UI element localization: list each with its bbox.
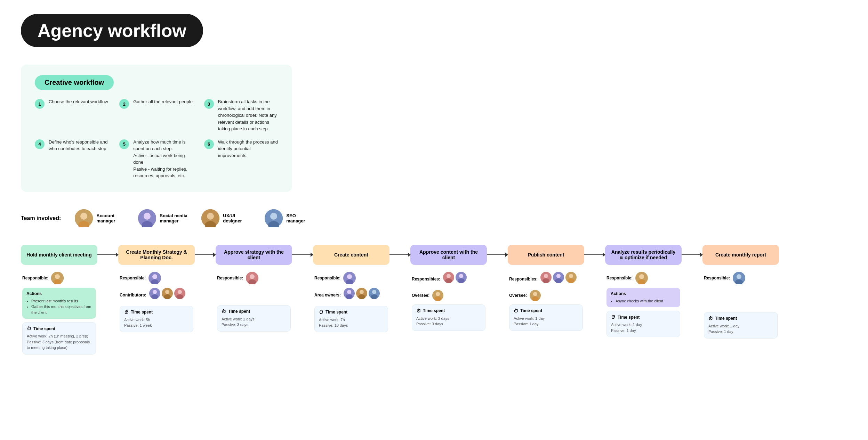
avatar-am bbox=[75, 209, 93, 227]
step-circle-2: 2 bbox=[119, 99, 129, 109]
responsible-row-2: Responsible: bbox=[120, 272, 193, 284]
step-header-5: Approve content with the client bbox=[410, 245, 487, 265]
step-title-8: Create monthly report bbox=[715, 252, 766, 258]
time-box-3: ⏱ Time spent Active work: 2 days Passive… bbox=[217, 305, 291, 332]
step-circle-6: 6 bbox=[204, 139, 214, 149]
connector-3-4 bbox=[292, 245, 313, 255]
team-section: Team involved: Account manager Social me… bbox=[21, 209, 847, 227]
instruction-item-3: 3 Brainstorm all tasks in the workflow, … bbox=[204, 98, 278, 132]
time-active-8: Active work: 1 day bbox=[708, 323, 773, 329]
responsible-label-7: Responsible: bbox=[606, 276, 633, 280]
svg-point-49 bbox=[436, 292, 440, 296]
svg-point-52 bbox=[544, 274, 548, 278]
time-passive-2: Passive: 1 week bbox=[124, 323, 189, 328]
time-label-8: Time spent bbox=[715, 316, 737, 321]
svg-point-58 bbox=[569, 274, 573, 278]
workflow-step-1: Hold monthly client meeting Responsible:… bbox=[21, 245, 97, 355]
actions-title-1: Actions bbox=[26, 291, 92, 296]
step-body-7: Responsible: Actions Async checks with t… bbox=[605, 272, 682, 337]
step-body-1: Responsible: Actions Present last month'… bbox=[21, 272, 97, 355]
time-title-5: ⏱ Time spent bbox=[416, 308, 481, 313]
connector-4-5 bbox=[389, 245, 410, 255]
responsible-label-6: Responsibles: bbox=[509, 277, 538, 282]
svg-point-7 bbox=[207, 213, 214, 220]
time-active-3: Active work: 2 days bbox=[222, 316, 286, 322]
connector-2-3 bbox=[195, 245, 216, 255]
svg-point-10 bbox=[270, 213, 277, 220]
responsible-avatar-7 bbox=[635, 272, 648, 284]
team-member-am: Account manager bbox=[75, 209, 124, 227]
time-label-5: Time spent bbox=[423, 308, 445, 313]
workflow-step-5: Approve content with the client Responsi… bbox=[410, 245, 487, 331]
svg-point-13 bbox=[55, 274, 60, 279]
step-title-5: Approve content with the client bbox=[416, 249, 481, 260]
instructions-title: Creative workflow bbox=[35, 75, 114, 90]
time-box-8: ⏱ Time spent Active work: 1 day Passive:… bbox=[704, 312, 778, 339]
time-box-2: ⏱ Time spent Active work: 5h Passive: 1 … bbox=[120, 306, 193, 332]
workflow-step-4: Create content Responsible: Area owners: bbox=[313, 245, 389, 332]
avatar-sm bbox=[138, 209, 156, 227]
responsible-avatar-1 bbox=[51, 272, 64, 284]
time-active-1: Active work: 2h (1h meeting, 2 prep) bbox=[27, 333, 91, 339]
time-active-7: Active work: 1 day bbox=[611, 322, 676, 328]
responsible-label-5: Responsibles: bbox=[412, 277, 440, 282]
instruction-item-5: 5 Analyze how much time is spent on each… bbox=[119, 139, 193, 179]
time-passive-4: Passive: 10 days bbox=[319, 323, 384, 328]
arrow-1-2 bbox=[97, 254, 118, 255]
step-header-6: Publish content bbox=[508, 245, 584, 265]
time-active-6: Active work: 1 day bbox=[514, 316, 578, 321]
area-owner-avatars-4 bbox=[344, 288, 380, 299]
responsible-avatar-8 bbox=[733, 272, 745, 284]
member-name-sm: Social media manager bbox=[160, 213, 187, 223]
svg-point-16 bbox=[152, 274, 157, 279]
time-box-5: ⏱ Time spent Active work: 3 days Passive… bbox=[412, 304, 485, 331]
time-active-2: Active work: 5h bbox=[124, 317, 189, 323]
svg-point-22 bbox=[165, 290, 169, 294]
svg-point-1 bbox=[80, 213, 87, 220]
workflow-step-2: Create Monthly Strategy & Planning Doc. … bbox=[118, 245, 195, 332]
responsible-label-3: Responsible: bbox=[217, 276, 243, 280]
connector-6-7 bbox=[584, 245, 605, 255]
time-label-3: Time spent bbox=[228, 309, 250, 314]
responsible-row-5: Responsibles: bbox=[412, 272, 485, 286]
svg-point-31 bbox=[347, 274, 352, 279]
time-title-7: ⏱ Time spent bbox=[611, 315, 676, 320]
time-label-2: Time spent bbox=[131, 310, 153, 315]
step-header-4: Create content bbox=[313, 245, 389, 265]
time-passive-5: Passive: 3 days bbox=[416, 321, 481, 327]
step-title-4: Create content bbox=[334, 252, 368, 258]
instruction-item-4: 4 Define who's responsible and who contr… bbox=[35, 139, 109, 179]
clock-icon-7: ⏱ bbox=[611, 315, 616, 320]
responsible-label-8: Responsible: bbox=[704, 276, 730, 280]
responsible-row-6: Responsibles: bbox=[509, 272, 583, 286]
contributors-row-2: Contributors: bbox=[120, 288, 193, 302]
responsible-row-7: Responsible: bbox=[606, 272, 680, 284]
time-active-4: Active work: 7h bbox=[319, 317, 384, 323]
time-box-6: ⏱ Time spent Active work: 1 day Passive:… bbox=[509, 304, 583, 331]
responsible-row-1: Responsible: bbox=[22, 272, 96, 284]
instruction-text-1: Choose the relevant workflow bbox=[49, 98, 108, 105]
svg-point-37 bbox=[360, 290, 364, 294]
step-circle-3: 3 bbox=[204, 99, 214, 109]
oversee-label-6: Oversee: bbox=[509, 293, 527, 298]
time-title-6: ⏱ Time spent bbox=[514, 308, 578, 313]
member-name-ux: UX/UI designer bbox=[223, 213, 251, 223]
step-title-3: Approve strategy with the client bbox=[221, 249, 287, 260]
action-item-1-1: Present last month's results bbox=[31, 298, 92, 304]
instruction-text-5: Analyze how much time is spent on each s… bbox=[133, 139, 193, 179]
time-passive-6: Passive: 1 day bbox=[514, 321, 578, 327]
workflow-step-8: Create monthly report Responsible: ⏱ Tim… bbox=[702, 245, 779, 339]
instructions-grid: 1 Choose the relevant workflow 2 Gather … bbox=[35, 98, 278, 179]
responsible-row-3: Responsible: bbox=[217, 272, 291, 284]
workflow-track: Hold monthly client meeting Responsible:… bbox=[21, 245, 847, 355]
instruction-item-1: 1 Choose the relevant workflow bbox=[35, 98, 109, 132]
page-title: Agency workflow bbox=[21, 14, 203, 47]
svg-point-28 bbox=[250, 274, 255, 279]
time-passive-7: Passive: 1 day bbox=[611, 328, 676, 334]
step-title-7: Analyze results periodically & optimize … bbox=[611, 249, 676, 260]
responsible-avatars-6 bbox=[540, 272, 577, 283]
arrow-7-8 bbox=[682, 254, 702, 255]
step-title-6: Publish content bbox=[528, 252, 564, 258]
actions-box-1: Actions Present last month's results Gat… bbox=[22, 288, 96, 319]
area-owners-label-4: Area owners: bbox=[314, 293, 341, 298]
